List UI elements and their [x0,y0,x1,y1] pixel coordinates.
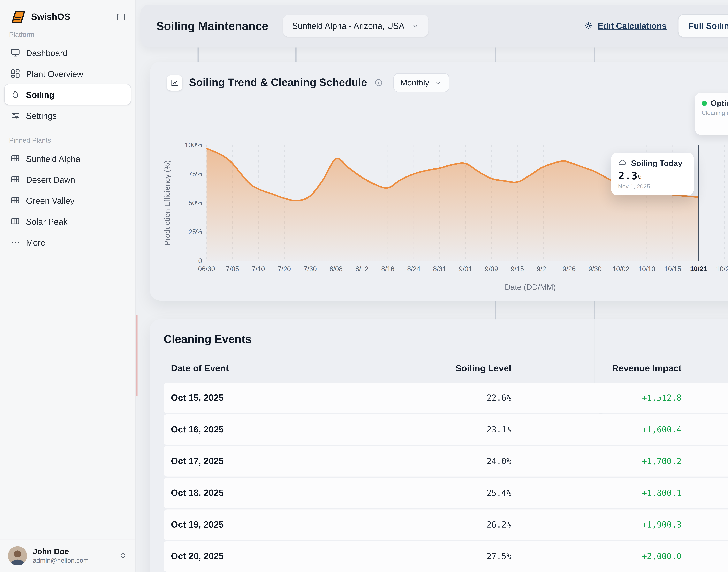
svg-text:50%: 50% [189,199,202,207]
page-header: Soiling Maintenance Sunfield Alpha - Ari… [140,4,728,47]
settings-icon [10,111,20,121]
svg-text:10/15: 10/15 [664,265,681,273]
svg-text:9/01: 9/01 [459,265,472,273]
table-header-row: Date of Event Soiling Level Revenue Impa… [163,357,728,383]
event-cleaning-effectiveness: 97% [681,457,728,466]
svg-text:0: 0 [198,257,202,265]
svg-text:8/16: 8/16 [381,265,394,273]
sidebar-plant-solar-peak[interactable]: Solar Peak [4,211,131,231]
user-avatar [8,546,27,565]
edit-calculations-link[interactable]: Edit Calculations [584,21,667,30]
info-icon[interactable] [374,78,383,87]
tooltip-value: 2.3 [618,169,637,182]
event-date: Oct 18, 2025 [171,488,409,498]
solar-panel-icon [10,216,20,226]
svg-text:10/27: 10/27 [716,265,728,273]
sidebar-item-soiling[interactable]: Soiling [4,84,131,105]
svg-text:9/21: 9/21 [537,265,550,273]
chevron-down-icon [434,79,442,86]
event-soiling-level: 22.6% [409,393,511,402]
svg-text:9/15: 9/15 [511,265,524,273]
cleaning-event-row[interactable]: Oct 19, 202526.2%+1,900.395% [163,509,728,540]
optimized-cost-dot [702,100,707,105]
sidebar-plant-sunfield-alpha[interactable]: Sunfield Alpha [4,148,131,169]
sidebar-item-plant-overview[interactable]: Plant Overview [4,63,131,84]
cleaning-events-table: Date of Event Soiling Level Revenue Impa… [163,357,728,572]
sidebar-item-label: Soiling [26,90,54,99]
solar-panel-icon [10,195,20,206]
event-date: Oct 20, 2025 [171,551,409,562]
event-cleaning-effectiveness: 96% [681,488,728,497]
app-window: SwishOS Platform DashboardPlant Overview… [0,0,728,572]
plant-selector-dropdown[interactable]: Sunfield Alpha - Arizona, USA [283,15,428,37]
sidebar-item-label: Plant Overview [26,69,83,78]
event-date: Oct 19, 2025 [171,519,409,530]
plant-selector-value: Sunfield Alpha - Arizona, USA [292,21,404,30]
gear-icon [584,21,593,30]
plant-item-label: Green Valley [26,196,75,205]
edit-calculations-label: Edit Calculations [598,21,667,30]
plant-item-label: Sunfield Alpha [26,154,80,163]
period-dropdown[interactable]: Monthly [393,73,450,92]
svg-text:7/30: 7/30 [304,265,317,273]
platform-nav: DashboardPlant OverviewSoilingSettings [0,43,135,126]
event-soiling-level: 23.1% [409,425,511,434]
main-content: Soiling Maintenance Sunfield Alpha - Ari… [136,0,728,572]
cleaning-events-card: Cleaning Events Edit Add Event [150,319,728,572]
column-cleaning-effectiveness: Cleaning Effectiveness [681,363,728,373]
cleaning-event-row[interactable]: Oct 18, 202525.4%+1,800.196% [163,478,728,508]
user-menu[interactable]: John Doe admin@helion.com [0,539,135,572]
cleaning-event-row[interactable]: Oct 16, 202523.1%+1,600.498% [163,414,728,445]
sidebar-item-dashboard[interactable]: Dashboard [4,43,131,63]
user-meta: John Doe admin@helion.com [33,547,88,565]
sidebar-item-label: More [26,237,46,247]
table-body: Oct 15, 202522.6%+1,512.899%Oct 16, 2025… [163,383,728,572]
sidebar-item-settings[interactable]: Settings [4,105,131,126]
event-revenue-impact: +1,800.1 [511,488,681,497]
user-name: John Doe [33,547,88,556]
chevron-down-icon [411,22,419,30]
column-soiling-level: Soiling Level [409,363,511,373]
cleaning-event-row[interactable]: Oct 20, 202527.5%+2,000.094% [163,541,728,572]
sidebar-plant-desert-dawn[interactable]: Desert Dawn [4,169,131,190]
svg-text:7/20: 7/20 [278,265,291,273]
soiling-trend-card: Soiling Trend & Cleaning Schedule Monthl… [150,62,728,300]
event-revenue-impact: +1,600.4 [511,425,681,434]
full-soiling-report-button[interactable]: Full Soiling Report [678,14,728,37]
event-soiling-level: 24.0% [409,457,511,466]
chevrons-up-down-icon [119,551,127,560]
tooltip-date: Nov 1, 2025 [618,183,687,190]
sidebar-header: SwishOS [0,0,135,24]
swishos-logo-icon [9,10,26,24]
svg-text:8/24: 8/24 [407,265,420,273]
plant-item-label: Solar Peak [26,217,68,226]
sidebar-plant-green-valley[interactable]: Green Valley [4,190,131,211]
optimized-cost-card[interactable]: Optimized Cost Cleaning on: 10/31/25 588… [695,93,728,135]
event-revenue-impact: +1,900.3 [511,520,681,529]
pinned-plants-label: Pinned Plants [9,136,126,144]
cleaning-events-header: Cleaning Events Edit Add Event [150,319,728,353]
svg-text:75%: 75% [189,170,202,177]
plant-item-label: Desert Dawn [26,174,75,184]
event-cleaning-effectiveness: 95% [681,520,728,529]
line-chart-icon [167,75,182,90]
svg-text:8/08: 8/08 [330,265,343,273]
tooltip-title: Soiling Today [631,158,682,167]
cleaning-event-row[interactable]: Oct 17, 202524.0%+1,700.297% [163,446,728,477]
svg-text:Date (DD/MM): Date (DD/MM) [505,283,556,292]
event-date: Oct 16, 2025 [171,425,409,435]
plant-overview-icon [10,68,20,79]
svg-text:10/10: 10/10 [638,265,655,273]
sidebar-collapse-button[interactable] [115,11,127,23]
sidebar-item-more[interactable]: More [4,232,131,253]
more-icon [10,237,20,247]
optimized-cost-label: Optimized Cost [711,98,728,108]
cleaning-events-title: Cleaning Events [163,333,251,346]
sidebar: SwishOS Platform DashboardPlant Overview… [0,0,136,572]
cleaning-event-row[interactable]: Oct 15, 202522.6%+1,512.899% [163,383,728,413]
tooltip-unit: % [638,174,641,181]
sidebar-spacer [0,253,135,539]
svg-text:25%: 25% [189,228,202,236]
soiling-today-tooltip: Soiling Today 2.3% Nov 1, 2025 [611,153,694,195]
page-title: Soiling Maintenance [156,19,268,32]
